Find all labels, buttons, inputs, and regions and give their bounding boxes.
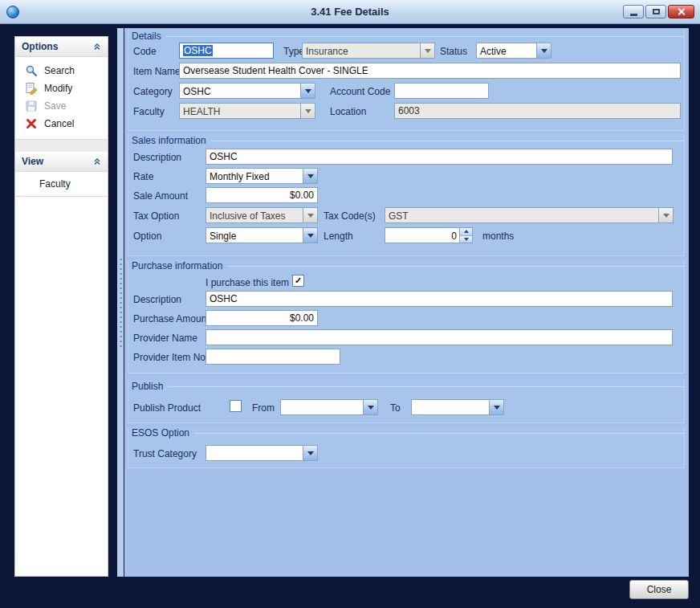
tax-codes-value: GST xyxy=(385,208,658,222)
provider-name-input[interactable] xyxy=(206,329,673,345)
status-label: Status xyxy=(440,46,467,57)
tax-option-dropdown[interactable]: Inclusive of Taxes xyxy=(206,207,318,223)
cancel-icon xyxy=(25,117,38,130)
sales-group-title: Sales information xyxy=(128,135,211,146)
category-dropdown[interactable]: OSHC xyxy=(179,83,315,99)
sidebar-filler xyxy=(15,197,108,576)
chevron-down-icon xyxy=(303,169,317,183)
trust-category-label: Trust Category xyxy=(133,448,197,459)
chevron-down-icon xyxy=(363,400,377,414)
fee-details-form: Details Code OSHC Type Insurance Status … xyxy=(124,28,689,577)
view-title: View xyxy=(22,156,93,167)
sale-amount-input[interactable] xyxy=(206,187,318,203)
splitter-handle[interactable] xyxy=(117,28,124,577)
sidebar-item-modify[interactable]: Modify xyxy=(15,80,108,97)
type-dropdown[interactable]: Insurance xyxy=(302,43,435,59)
chevron-down-icon xyxy=(303,446,317,460)
publish-to-label: To xyxy=(390,402,401,414)
item-name-input[interactable] xyxy=(179,63,681,79)
esos-group: ESOS Option Trust Category xyxy=(128,426,685,468)
account-code-label: Account Code xyxy=(330,86,390,97)
tax-option-label: Tax Option xyxy=(133,210,179,222)
collapse-chevron-icon[interactable] xyxy=(93,43,101,51)
rate-label: Rate xyxy=(133,171,153,182)
chevron-down-icon xyxy=(420,43,434,58)
faculty-value: HEALTH xyxy=(180,104,300,118)
sales-description-label: Description xyxy=(133,152,181,163)
options-header[interactable]: Options xyxy=(15,37,108,57)
provider-item-no-input[interactable] xyxy=(206,349,340,365)
length-spinner[interactable]: 0 xyxy=(385,227,473,243)
publish-from-label: From xyxy=(252,402,275,414)
options-panel: Options Search Modify xyxy=(15,37,108,140)
category-label: Category xyxy=(133,86,173,97)
sidebar-item-cancel[interactable]: Cancel xyxy=(15,115,108,133)
rate-value: Monthly Fixed xyxy=(206,169,303,183)
purchase-amount-input[interactable] xyxy=(206,310,318,326)
location-input xyxy=(394,103,681,119)
maximize-button[interactable] xyxy=(645,5,666,18)
close-window-button[interactable] xyxy=(668,5,694,18)
provider-item-no-label: Provider Item No xyxy=(133,352,206,363)
status-dropdown[interactable]: Active xyxy=(476,43,551,59)
window-controls xyxy=(623,5,694,18)
provider-name-label: Provider Name xyxy=(133,333,197,344)
publish-product-label: Publish Product xyxy=(133,402,201,414)
publish-group-title: Publish xyxy=(128,381,168,392)
details-group-title: Details xyxy=(128,31,166,42)
close-icon xyxy=(677,7,686,16)
group-caption-rule xyxy=(194,433,684,434)
spinner-buttons xyxy=(459,228,472,243)
group-caption-rule xyxy=(227,266,684,267)
sidebar-item-search[interactable]: Search xyxy=(15,62,108,80)
view-panel: View Faculty xyxy=(15,152,108,197)
faculty-dropdown[interactable]: HEALTH xyxy=(179,103,315,119)
sidebar-item-label: Search xyxy=(44,65,75,76)
length-label: Length xyxy=(324,231,353,242)
esos-group-title: ESOS Option xyxy=(128,427,194,439)
publish-product-checkbox[interactable] xyxy=(230,400,242,412)
spin-up-icon[interactable] xyxy=(460,228,472,236)
sidebar-item-label: Cancel xyxy=(44,118,74,129)
options-items: Search Modify Save Cancel xyxy=(15,57,108,139)
sales-description-input[interactable] xyxy=(206,149,673,165)
search-icon xyxy=(25,64,38,77)
view-item-faculty[interactable]: Faculty xyxy=(15,172,108,196)
sale-amount-label: Sale Amount xyxy=(133,190,188,202)
purchase-description-label: Description xyxy=(133,294,181,305)
publish-from-value xyxy=(281,400,363,414)
sidebar-item-save: Save xyxy=(15,97,108,115)
code-input[interactable]: OSHC xyxy=(179,43,274,59)
trust-category-dropdown[interactable] xyxy=(206,445,318,461)
purchase-group-title: Purchase information xyxy=(128,260,227,271)
group-caption-rule xyxy=(211,141,684,141)
purchase-description-input[interactable] xyxy=(206,291,673,307)
type-value: Insurance xyxy=(303,43,420,58)
sidebar-item-label: Modify xyxy=(44,83,72,94)
tax-codes-dropdown[interactable]: GST xyxy=(385,207,674,223)
rate-dropdown[interactable]: Monthly Fixed xyxy=(206,168,318,184)
purchase-group: Purchase information I purchase this ite… xyxy=(128,259,685,373)
purchase-amount-label: Purchase Amount xyxy=(133,313,210,324)
chevron-down-icon xyxy=(536,43,551,58)
faculty-label: Faculty xyxy=(133,106,165,117)
sidebar-item-label: Save xyxy=(44,100,66,112)
minimize-button[interactable] xyxy=(623,5,644,18)
chevron-down-icon xyxy=(489,400,503,414)
code-selected-text: OSHC xyxy=(183,45,213,56)
tax-option-value: Inclusive of Taxes xyxy=(206,208,303,222)
account-code-input[interactable] xyxy=(394,83,489,99)
sidebar-gap xyxy=(15,140,108,152)
sales-group: Sales information Description Rate Month… xyxy=(128,134,685,256)
spin-down-icon[interactable] xyxy=(460,236,472,243)
purchase-checkbox[interactable]: ✓ xyxy=(292,275,304,287)
collapse-chevron-icon[interactable] xyxy=(93,157,101,165)
publish-to-dropdown[interactable] xyxy=(411,399,504,415)
publish-from-dropdown[interactable] xyxy=(280,399,378,415)
option-dropdown[interactable]: Single xyxy=(206,227,318,243)
category-value: OSHC xyxy=(180,84,300,98)
close-button[interactable]: Close xyxy=(629,580,689,599)
item-name-label: Item Name xyxy=(133,66,181,77)
trust-category-value xyxy=(206,446,303,460)
view-header[interactable]: View xyxy=(15,152,108,172)
